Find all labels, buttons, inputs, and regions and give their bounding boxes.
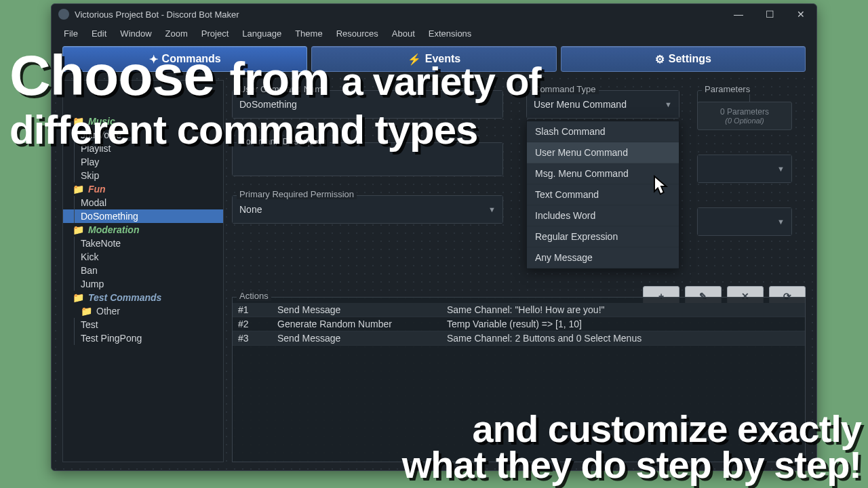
command-name-field: User Command Name (232, 90, 503, 119)
secondary-select-1[interactable]: ▼ (697, 155, 792, 183)
tree-item[interactable]: Test PingPong (63, 331, 223, 345)
app-window: Victorious Project Bot - Discord Bot Mak… (51, 3, 817, 471)
chevron-down-icon: ▼ (777, 218, 785, 226)
menu-about[interactable]: About (385, 26, 422, 41)
maximize-button[interactable]: ☐ (754, 4, 785, 24)
menu-theme[interactable]: Theme (288, 26, 329, 41)
subfolder-other[interactable]: 📁Other (63, 304, 223, 318)
window-title: Victorious Project Bot - Discord Bot Mak… (75, 9, 239, 20)
tree-item[interactable]: Play (63, 155, 223, 169)
tab-settings-label: Settings (669, 53, 711, 65)
tree-item[interactable]: Ban (63, 264, 223, 277)
actions-label: Actions (237, 291, 271, 301)
tree-item[interactable]: TakeNote (63, 237, 223, 250)
folder-music[interactable]: 📁Music (63, 115, 223, 128)
actions-panel: Actions #1 Send Message Same Channel: "H… (232, 297, 806, 462)
pointer-cursor-icon (648, 173, 675, 200)
description-field: Command Description (232, 142, 503, 176)
editor-panel: User Command Name Command Type User Menu… (232, 80, 806, 462)
commands-icon: ✦ (149, 53, 158, 66)
tree-item[interactable]: Test (63, 318, 223, 331)
action-row[interactable]: #2 Generate Random Number Temp Variable … (233, 317, 805, 331)
tree-item[interactable]: Playlist (63, 142, 223, 155)
folder-icon: 📁 (73, 292, 84, 303)
command-name-label: User Command Name (237, 84, 330, 94)
command-name-input[interactable] (233, 91, 502, 118)
tree-item-selected[interactable]: DoSomething (63, 209, 223, 223)
menu-language[interactable]: Language (235, 26, 288, 41)
tree-item[interactable]: Jump (63, 277, 223, 291)
folder-moderation[interactable]: 📁Moderation (63, 223, 223, 237)
folder-icon: 📁 (81, 306, 92, 317)
tree-item[interactable]: JoinVoice (63, 128, 223, 142)
dropdown-item[interactable]: Regular Expression (527, 226, 679, 247)
command-type-label: Command Type (531, 84, 599, 94)
tab-commands-label: Commands (162, 53, 221, 65)
description-input[interactable] (233, 143, 502, 176)
chevron-down-icon: ▼ (777, 165, 785, 173)
tree-item[interactable]: Modal (63, 196, 223, 209)
minimize-button[interactable]: — (723, 4, 754, 24)
menubar: File Edit Window Zoom Project Language T… (52, 24, 816, 42)
close-button[interactable]: ✕ (785, 4, 816, 24)
folder-fun[interactable]: 📁Fun (63, 182, 223, 196)
menu-resources[interactable]: Resources (330, 26, 385, 41)
menu-zoom[interactable]: Zoom (159, 26, 195, 41)
menu-file[interactable]: File (57, 26, 85, 41)
dropdown-item-hover[interactable]: User Menu Command (527, 142, 679, 163)
gear-icon: ⚙ (655, 53, 665, 66)
menu-project[interactable]: Project (195, 26, 235, 41)
folder-icon: 📁 (73, 116, 84, 127)
folder-icon: 📁 (73, 224, 84, 235)
tab-events-label: Events (425, 53, 460, 65)
parameters-label: Parameters (702, 84, 753, 94)
menu-edit[interactable]: Edit (85, 26, 113, 41)
menu-extensions[interactable]: Extensions (422, 26, 479, 41)
main-tabs: ✦ Commands ⚡ Events ⚙ Settings (52, 42, 816, 75)
parameters-count: 0 Parameters (720, 107, 769, 117)
tree-item[interactable]: Kick (63, 250, 223, 264)
permission-select[interactable]: None ▼ (233, 196, 502, 223)
chevron-down-icon: ▼ (488, 205, 496, 214)
dropdown-item[interactable]: Slash Command (527, 121, 679, 142)
permission-label: Primary Required Permission (237, 189, 357, 199)
tree-item[interactable]: Skip (63, 169, 223, 182)
tab-commands[interactable]: ✦ Commands (62, 46, 307, 72)
parameters-button[interactable]: 0 Parameters (0 Optional) (697, 102, 792, 130)
folder-test[interactable]: 📁Test Commands (63, 291, 223, 304)
permission-field: Primary Required Permission None ▼ (232, 195, 503, 224)
content-area: 📁Music JoinVoice Playlist Play Skip 📁Fun… (52, 75, 816, 470)
action-row[interactable]: #3 Send Message Same Channel: 2 Buttons … (233, 331, 805, 346)
tab-settings[interactable]: ⚙ Settings (561, 46, 806, 72)
description-label: Command Description (237, 136, 330, 146)
events-icon: ⚡ (408, 53, 421, 66)
actions-table: #1 Send Message Same Channel: "Hello! Ho… (233, 303, 805, 346)
menu-window[interactable]: Window (113, 26, 158, 41)
secondary-select-2[interactable]: ▼ (697, 207, 792, 236)
action-row[interactable]: #1 Send Message Same Channel: "Hello! Ho… (233, 303, 805, 317)
parameters-optional: (0 Optional) (725, 117, 764, 125)
dropdown-item[interactable]: Any Message (527, 247, 679, 268)
command-type-field: Command Type User Menu Command ▼ (526, 90, 679, 119)
command-type-select[interactable]: User Menu Command ▼ (527, 91, 679, 118)
tab-events[interactable]: ⚡ Events (311, 46, 556, 72)
chevron-down-icon: ▼ (665, 100, 672, 108)
titlebar: Victorious Project Bot - Discord Bot Mak… (52, 4, 816, 24)
dropdown-item[interactable]: Includes Word (527, 205, 679, 226)
command-tree: 📁Music JoinVoice Playlist Play Skip 📁Fun… (62, 80, 224, 462)
folder-icon: 📁 (73, 184, 84, 195)
app-icon (58, 9, 69, 20)
